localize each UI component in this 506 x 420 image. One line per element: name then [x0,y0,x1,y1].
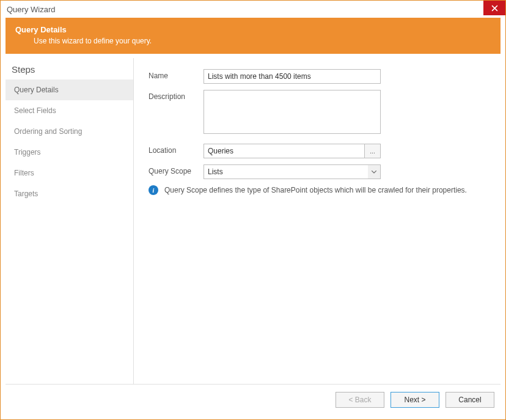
ellipsis-icon: ... [370,148,375,155]
close-button[interactable] [483,1,505,15]
wizard-footer: < Back Next > Cancel [6,384,501,414]
step-triggers[interactable]: Triggers [6,142,133,163]
description-input[interactable] [204,90,381,134]
steps-sidebar: Steps Query Details Select Fields Orderi… [6,58,134,384]
step-label: Query Details [14,86,59,94]
info-icon: i [148,185,158,195]
next-button[interactable]: Next > [391,392,439,408]
name-input[interactable] [204,69,381,84]
title-bar: Query Wizard [1,1,505,18]
step-select-fields[interactable]: Select Fields [6,100,133,121]
next-button-label: Next > [404,396,425,404]
step-label: Targets [14,190,38,198]
query-scope-info: Query Scope defines the type of SharePoi… [164,186,467,194]
location-label: Location [148,144,204,155]
step-label: Filters [14,169,34,177]
location-input[interactable] [204,144,365,158]
wizard-header-title: Query Details [15,25,491,34]
query-scope-select[interactable] [204,164,381,179]
query-scope-label: Query Scope [148,164,204,175]
steps-title: Steps [6,64,133,79]
name-label: Name [148,69,204,80]
back-button-label: < Back [348,396,371,404]
window-title: Query Wizard [7,5,55,14]
step-label: Ordering and Sorting [14,127,82,136]
wizard-header-subtitle: Use this wizard to define your query. [15,37,491,45]
back-button[interactable]: < Back [336,392,384,408]
close-icon [491,5,498,12]
description-label: Description [148,90,204,101]
location-browse-button[interactable]: ... [365,144,381,158]
cancel-button[interactable]: Cancel [446,392,494,408]
step-label: Select Fields [14,106,56,115]
step-targets[interactable]: Targets [6,183,133,204]
step-label: Triggers [14,148,41,157]
cancel-button-label: Cancel [458,396,481,404]
step-ordering-sorting[interactable]: Ordering and Sorting [6,121,133,142]
wizard-header: Query Details Use this wizard to define … [6,18,501,54]
step-filters[interactable]: Filters [6,163,133,183]
form-panel: Name Description Location ... Quer [134,58,501,384]
step-query-details[interactable]: Query Details [6,79,133,100]
